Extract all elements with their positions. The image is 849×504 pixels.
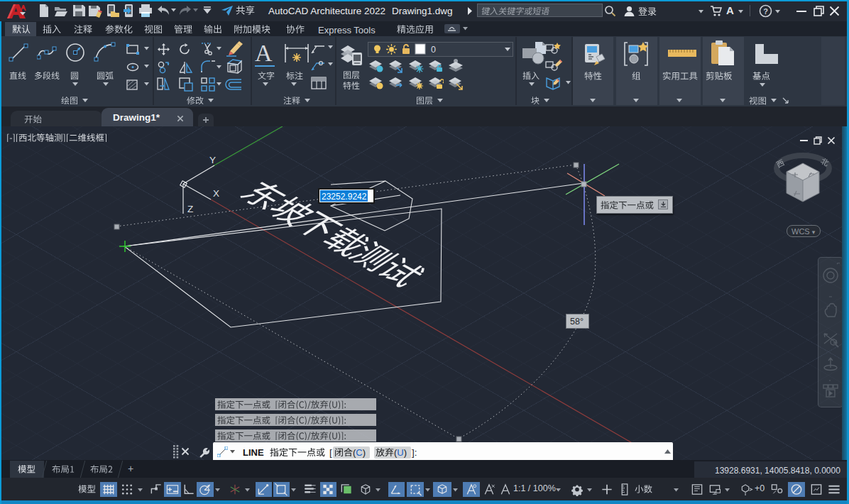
svg-text:?: ? — [763, 7, 768, 16]
